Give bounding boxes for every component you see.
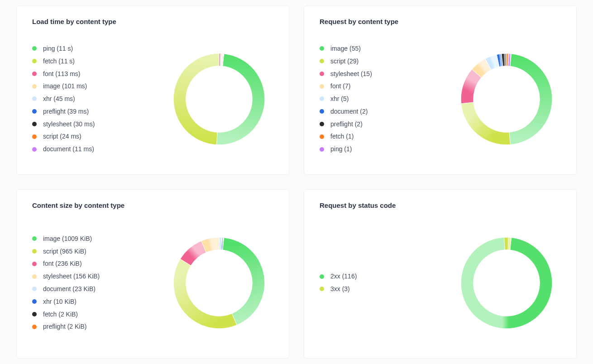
legend-label: xhr (45 ms) (43, 95, 75, 103)
3xx-swatch (320, 287, 324, 291)
image-swatch (32, 84, 37, 89)
legend-item[interactable]: fetch (2 KiB) (32, 311, 156, 318)
legend-item[interactable]: preflight (39 ms) (32, 108, 156, 115)
legend-item[interactable]: 2xx (116) (320, 273, 443, 280)
legend-label: script (965 KiB) (43, 248, 86, 255)
fetch-swatch (320, 134, 324, 139)
legend-label: fetch (11 s) (43, 57, 75, 65)
legend-item[interactable]: script (24 ms) (32, 133, 156, 140)
legend-item[interactable]: image (101 ms) (32, 82, 156, 90)
legend-item[interactable]: stylesheet (156 KiB) (32, 273, 156, 280)
legend-label: document (2) (330, 108, 368, 115)
donut-chart (457, 233, 556, 333)
image-swatch (32, 236, 37, 241)
legend-item[interactable]: document (11 ms) (32, 145, 156, 153)
legend: image (1009 KiB)script (965 KiB)font (23… (32, 235, 156, 330)
card-body: image (1009 KiB)script (965 KiB)font (23… (32, 217, 273, 348)
chart-wrap (165, 45, 273, 153)
preflight-swatch (320, 122, 324, 126)
donut-chart (457, 49, 556, 149)
card-title: Request by content type (320, 18, 561, 25)
card-request-by-status: Request by status code2xx (116)3xx (3) (304, 189, 577, 359)
card-body: image (55)script (29)stylesheet (15)font… (320, 34, 561, 164)
chart-wrap (165, 229, 273, 337)
legend-label: image (101 ms) (43, 82, 87, 90)
donut-chart (169, 233, 269, 333)
legend-label: stylesheet (15) (330, 70, 372, 78)
legend-item[interactable]: image (55) (320, 45, 443, 53)
fetch-swatch (32, 59, 37, 63)
font-swatch (320, 84, 324, 89)
card-title: Content size by content type (32, 201, 273, 209)
stylesheet-swatch (32, 274, 37, 279)
document-swatch (320, 109, 324, 114)
preflight-swatch (32, 109, 37, 114)
document-swatch (32, 287, 37, 291)
legend-item[interactable]: ping (1) (320, 145, 443, 153)
document-swatch (32, 147, 37, 152)
legend-label: script (29) (330, 57, 359, 65)
legend-item[interactable]: stylesheet (15) (320, 70, 443, 78)
legend-item[interactable]: xhr (5) (320, 95, 443, 103)
legend-label: 2xx (116) (330, 273, 357, 280)
legend-label: font (113 ms) (43, 70, 80, 78)
script-swatch (32, 134, 37, 139)
card-body: 2xx (116)3xx (3) (320, 217, 561, 348)
stylesheet-swatch (320, 72, 324, 76)
legend-item[interactable]: fetch (11 s) (32, 57, 156, 65)
legend-label: stylesheet (156 KiB) (43, 273, 100, 280)
stylesheet-swatch (32, 122, 37, 126)
legend-label: document (11 ms) (43, 145, 94, 153)
fetch-swatch (32, 312, 37, 316)
script-swatch (32, 249, 37, 254)
legend-item[interactable]: ping (11 s) (32, 45, 156, 53)
legend-label: stylesheet (30 ms) (43, 120, 95, 128)
legend-item[interactable]: stylesheet (30 ms) (32, 120, 156, 128)
xhr-swatch (320, 96, 324, 101)
chart-wrap (452, 229, 561, 337)
card-request-by-type: Request by content typeimage (55)script … (304, 5, 577, 175)
card-title: Load time by content type (32, 18, 273, 25)
legend: ping (11 s)fetch (11 s)font (113 ms)imag… (32, 45, 156, 153)
legend-label: font (7) (330, 82, 350, 90)
legend-label: fetch (1) (330, 133, 354, 140)
legend-item[interactable]: preflight (2 KiB) (32, 323, 156, 330)
ping-swatch (320, 147, 324, 152)
legend-item[interactable]: document (23 KiB) (32, 285, 156, 293)
legend-item[interactable]: script (965 KiB) (32, 248, 156, 255)
legend-label: 3xx (3) (330, 285, 350, 293)
card-body: ping (11 s)fetch (11 s)font (113 ms)imag… (32, 34, 273, 164)
card-title: Request by status code (320, 201, 561, 209)
legend-item[interactable]: preflight (2) (320, 120, 443, 128)
legend-label: ping (1) (330, 145, 352, 153)
legend-label: image (1009 KiB) (43, 235, 92, 243)
font-swatch (32, 262, 37, 266)
legend-label: preflight (2) (330, 120, 363, 128)
legend-item[interactable]: 3xx (3) (320, 285, 443, 293)
legend-item[interactable]: font (7) (320, 82, 443, 90)
card-content-size: Content size by content typeimage (1009 … (16, 189, 289, 359)
legend-item[interactable]: script (29) (320, 57, 443, 65)
legend-item[interactable]: xhr (10 KiB) (32, 298, 156, 306)
legend-item[interactable]: fetch (1) (320, 133, 443, 140)
legend-item[interactable]: font (236 KiB) (32, 260, 156, 268)
legend-item[interactable]: font (113 ms) (32, 70, 156, 78)
legend-item[interactable]: xhr (45 ms) (32, 95, 156, 103)
legend: 2xx (116)3xx (3) (320, 273, 443, 293)
ping-swatch (32, 46, 37, 51)
image-swatch (320, 46, 324, 51)
legend-item[interactable]: image (1009 KiB) (32, 235, 156, 243)
preflight-swatch (32, 325, 37, 329)
legend-label: document (23 KiB) (43, 285, 96, 293)
card-load-time: Load time by content typeping (11 s)fetc… (16, 5, 289, 175)
chart-wrap (452, 45, 561, 153)
legend-label: xhr (5) (330, 95, 349, 103)
legend: image (55)script (29)stylesheet (15)font… (320, 45, 443, 153)
legend-label: image (55) (330, 45, 361, 53)
font-swatch (32, 72, 37, 76)
legend-label: script (24 ms) (43, 133, 81, 140)
legend-label: font (236 KiB) (43, 260, 82, 268)
2xx-swatch (320, 274, 324, 279)
legend-label: fetch (2 KiB) (43, 311, 78, 318)
legend-item[interactable]: document (2) (320, 108, 443, 115)
